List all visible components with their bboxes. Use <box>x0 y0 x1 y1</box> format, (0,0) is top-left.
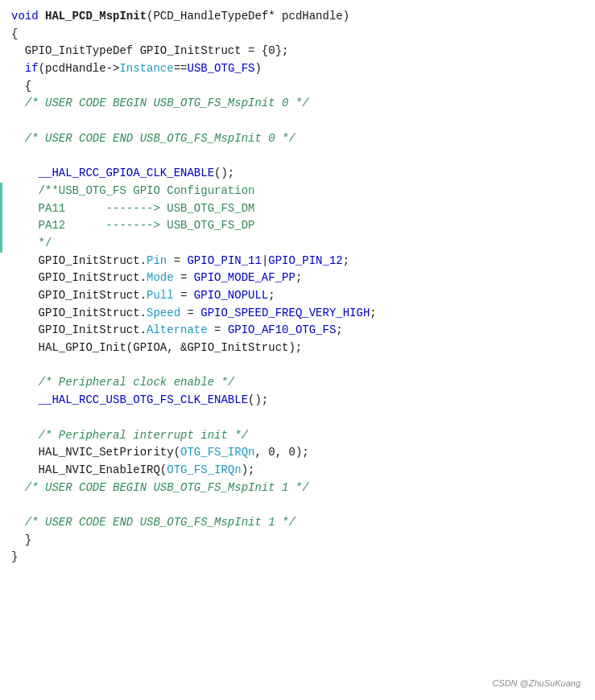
code-token: Pin <box>147 253 167 270</box>
code-line: HAL_NVIC_SetPriority(OTG_FS_IRQn, 0, 0); <box>0 444 595 462</box>
code-token <box>11 374 39 392</box>
code-token: ); <box>242 462 255 480</box>
code-token <box>11 480 25 497</box>
code-token: Pull <box>147 287 174 305</box>
code-token: { <box>11 78 31 96</box>
code-token <box>11 200 39 218</box>
code-token: } <box>11 549 18 566</box>
code-line: GPIO_InitTypeDef GPIO_InitStruct = {0}; <box>0 43 595 60</box>
code-token: | <box>262 253 268 270</box>
code-token: Speed <box>147 305 180 323</box>
code-line: /* USER CODE END USB_OTG_FS_MspInit 0 */ <box>0 130 595 148</box>
code-token: USB_OTG_FS <box>187 60 254 78</box>
code-token: = <box>180 305 200 323</box>
code-token: GPIO_InitTypeDef <box>25 43 133 60</box>
code-line: __HAL_RCC_GPIOA_CLK_ENABLE(); <box>0 165 595 183</box>
code-token: HAL_GPIO_Init(GPIOA, &GPIO_InitStruct); <box>11 340 302 357</box>
code-line: PA12 -------> USB_OTG_FS_DP <box>0 217 595 235</box>
code-token: GPIO_InitStruct. <box>11 270 147 287</box>
code-token: GPIO_InitStruct = {0}; <box>133 43 288 60</box>
code-line: void HAL_PCD_MspInit(PCD_HandleTypeDef* … <box>0 8 595 26</box>
code-token: ; <box>295 270 302 287</box>
code-token: = <box>174 270 194 287</box>
code-token: if <box>25 60 39 78</box>
code-token: /**USB_OTG_FS GPIO Configuration <box>39 183 255 200</box>
code-token: __HAL_RCC_GPIOA_CLK_ENABLE <box>39 165 214 183</box>
code-container: void HAL_PCD_MspInit(PCD_HandleTypeDef* … <box>0 0 595 700</box>
code-line: { <box>0 78 595 96</box>
code-token <box>11 43 25 60</box>
code-token: HAL_PCD_MspInit <box>45 8 147 26</box>
code-line: */ <box>0 235 595 253</box>
code-line: GPIO_InitStruct.Alternate = GPIO_AF10_OT… <box>0 322 595 340</box>
code-token: void <box>11 8 45 26</box>
code-token: , 0, 0); <box>254 444 308 462</box>
code-token: Mode <box>147 270 174 287</box>
code-line: GPIO_InitStruct.Pull = GPIO_NOPULL; <box>0 287 595 305</box>
code-line: /* Peripheral interrupt init */ <box>0 427 595 445</box>
code-line: if(pcdHandle->Instance==USB_OTG_FS) <box>0 60 595 78</box>
code-line: GPIO_InitStruct.Speed = GPIO_SPEED_FREQ_… <box>0 305 595 323</box>
code-line: HAL_GPIO_Init(GPIOA, &GPIO_InitStruct); <box>0 340 595 357</box>
code-line: HAL_NVIC_EnableIRQ(OTG_FS_IRQn); <box>0 462 595 480</box>
code-token: GPIO_PIN_11 <box>187 253 261 270</box>
code-line: /* USER CODE BEGIN USB_OTG_FS_MspInit 0 … <box>0 95 595 113</box>
code-token: Alternate <box>147 322 208 340</box>
code-line: } <box>0 549 595 566</box>
code-token <box>11 60 25 78</box>
code-token: /* USER CODE END USB_OTG_FS_MspInit 1 */ <box>25 514 295 532</box>
code-token <box>11 235 39 253</box>
code-token: ( <box>147 8 153 26</box>
code-token: (pcdHandle-> <box>39 60 120 78</box>
code-token: (); <box>214 165 234 183</box>
code-token: ) <box>255 60 262 78</box>
code-token: PCD_HandleTypeDef <box>153 8 268 26</box>
code-token: ; <box>370 305 376 323</box>
code-token: /* Peripheral interrupt init */ <box>39 427 248 445</box>
code-token: /* USER CODE END USB_OTG_FS_MspInit 0 */ <box>25 130 295 148</box>
code-line: { <box>0 26 595 43</box>
code-token: OTG_FS_IRQn <box>180 444 254 462</box>
code-token: == <box>174 60 188 78</box>
code-token: */ <box>39 235 52 253</box>
code-token: OTG_FS_IRQn <box>167 462 241 480</box>
code-line: GPIO_InitStruct.Mode = GPIO_MODE_AF_PP; <box>0 270 595 287</box>
code-line <box>0 148 595 166</box>
code-token <box>11 130 25 148</box>
code-token: = <box>208 322 228 340</box>
code-token: GPIO_InitStruct. <box>11 322 147 340</box>
code-token: GPIO_NOPULL <box>194 287 268 305</box>
code-line: GPIO_InitStruct.Pin = GPIO_PIN_11|GPIO_P… <box>0 253 595 270</box>
code-token: Instance <box>119 60 173 78</box>
code-line: __HAL_RCC_USB_OTG_FS_CLK_ENABLE(); <box>0 392 595 410</box>
code-line: /* USER CODE END USB_OTG_FS_MspInit 1 */ <box>0 514 595 532</box>
code-token <box>11 392 39 410</box>
code-token: __HAL_RCC_USB_OTG_FS_CLK_ENABLE <box>39 392 248 410</box>
code-token: PA12 -------> USB_OTG_FS_DP <box>39 217 255 235</box>
code-token: PA11 -------> USB_OTG_FS_DM <box>39 200 255 218</box>
code-line: /* USER CODE BEGIN USB_OTG_FS_MspInit 1 … <box>0 480 595 497</box>
code-token: GPIO_SPEED_FREQ_VERY_HIGH <box>200 305 370 323</box>
code-line <box>0 357 595 375</box>
code-line <box>0 410 595 427</box>
code-token: GPIO_InitStruct. <box>11 287 147 305</box>
code-token: * pcdHandle) <box>268 8 349 26</box>
code-token <box>11 165 39 183</box>
code-token: /* Peripheral clock enable */ <box>39 374 235 392</box>
code-token <box>11 514 25 532</box>
code-token: GPIO_MODE_AF_PP <box>194 270 295 287</box>
code-token: = <box>167 253 187 270</box>
code-token <box>11 217 39 235</box>
code-token: } <box>11 532 31 550</box>
code-line <box>0 113 595 130</box>
code-token: GPIO_InitStruct. <box>11 305 147 323</box>
code-token: GPIO_InitStruct. <box>11 253 147 270</box>
code-token: HAL_NVIC_EnableIRQ( <box>11 462 167 480</box>
code-line <box>0 496 595 514</box>
code-token: /* USER CODE BEGIN USB_OTG_FS_MspInit 1 … <box>25 480 309 497</box>
code-token: (); <box>248 392 268 410</box>
code-token: { <box>11 26 18 43</box>
code-token <box>11 183 39 200</box>
code-token: = <box>174 287 194 305</box>
code-token: ; <box>268 287 275 305</box>
